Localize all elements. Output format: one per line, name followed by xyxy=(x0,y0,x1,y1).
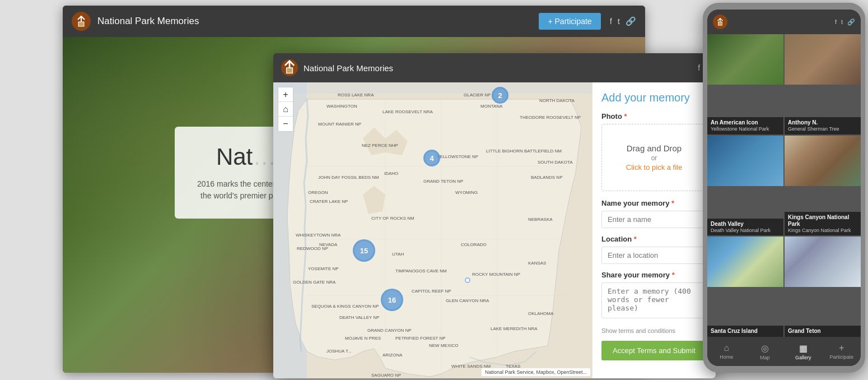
panel-title-part2: memory xyxy=(650,91,690,104)
memory-group: Share your memory * xyxy=(601,271,707,321)
zoom-out-button[interactable]: − xyxy=(278,117,293,131)
gallery-caption-2: Anthony N. General Sherman Tree xyxy=(785,117,861,135)
gallery-title-6: Grand Teton xyxy=(788,328,857,335)
location-label: Location * xyxy=(601,235,707,243)
desktop-app-title: National Park Memories xyxy=(97,16,539,27)
mobile-inner: f t 🔗 An American Icon Yellowstone Natio… xyxy=(707,10,861,366)
participate-nav-label: Participate xyxy=(829,354,853,360)
nav-gallery[interactable]: ▦ Gallery xyxy=(784,337,823,366)
mobile-logo xyxy=(713,15,727,29)
name-label: Name your memory * xyxy=(601,199,707,207)
photo-group: Photo * Drag and Drop or Click to pick a… xyxy=(601,112,707,191)
map-nav-icon: ◎ xyxy=(761,343,769,354)
nav-participate[interactable]: + Participate xyxy=(823,337,861,366)
map-controls: + ⌂ − xyxy=(278,87,293,132)
desktop-participate-button[interactable]: + Participate xyxy=(539,13,600,30)
nav-home[interactable]: ⌂ Home xyxy=(707,337,746,366)
map-svg xyxy=(273,82,592,378)
map-cluster-15[interactable]: 15 xyxy=(353,239,375,262)
photo-dropzone[interactable]: Drag and Drop or Click to pick a file xyxy=(601,124,707,191)
gallery-nav-icon: ▦ xyxy=(799,343,808,354)
mobile-window: f t 🔗 An American Icon Yellowstone Natio… xyxy=(703,3,865,373)
svg-rect-4 xyxy=(273,82,592,94)
mobile-facebook-icon[interactable]: f xyxy=(835,18,837,26)
map-cluster-4[interactable]: 4 xyxy=(423,150,440,166)
gallery-caption-3: Death Valley Death Valley National Park xyxy=(707,219,783,236)
browser-topbar: National Park Memories f t xyxy=(273,53,716,82)
name-group: Name your memory * xyxy=(601,199,707,228)
map-cluster-16[interactable]: 16 xyxy=(381,289,403,311)
submit-button[interactable]: Accept Terms and Submit xyxy=(601,341,707,360)
gallery-subtitle-3: Death Valley National Park xyxy=(711,228,780,234)
gallery-item-1[interactable]: An American Icon Yellowstone National Pa… xyxy=(707,34,783,135)
gallery-thumb-3 xyxy=(707,136,783,186)
share-icon[interactable]: 🔗 xyxy=(626,16,636,26)
gallery-thumb-1 xyxy=(707,34,783,85)
map-container[interactable]: ROSS LAKE NRA GLACIER NP WASHINGTON LAKE… xyxy=(273,82,592,378)
gallery-title-2: Anthony N. xyxy=(788,119,857,126)
gallery-caption-5: Santa Cruz Island xyxy=(707,326,783,337)
gallery-title-3: Death Valley xyxy=(711,221,780,228)
location-group: Location * xyxy=(601,235,707,264)
mobile-share-icon[interactable]: 🔗 xyxy=(847,18,855,26)
attribution-text: National Park Service, Mapbox, OpenStree… xyxy=(485,369,587,375)
desktop-topbar: National Park Memories + Participate f t… xyxy=(63,6,645,37)
nav-map[interactable]: ◎ Map xyxy=(746,337,785,366)
mobile-bottom-nav: ⌂ Home ◎ Map ▦ Gallery + Participate xyxy=(707,337,861,366)
gallery-item-5[interactable]: Santa Cruz Island xyxy=(707,237,783,337)
desktop-social-icons: f t 🔗 xyxy=(610,16,636,26)
home-nav-label: Home xyxy=(720,354,733,360)
svg-rect-0 xyxy=(78,22,84,26)
gallery-thumb-4 xyxy=(785,136,861,186)
map-nav-label: Map xyxy=(760,355,770,360)
mobile-gallery: An American Icon Yellowstone National Pa… xyxy=(707,34,861,337)
gallery-caption-4: Kings Canyon National Park Kings Canyon … xyxy=(785,212,861,236)
map-attribution: National Park Service, Mapbox, OpenStree… xyxy=(482,368,590,376)
mobile-social-icons: f t 🔗 xyxy=(835,18,855,26)
browser-app-title: National Park Memories xyxy=(304,63,698,73)
gallery-title-4: Kings Canyon National Park xyxy=(788,214,857,228)
home-nav-icon: ⌂ xyxy=(724,343,729,353)
map-dot-1[interactable] xyxy=(465,277,470,283)
zoom-in-button[interactable]: + xyxy=(278,87,293,102)
participate-nav-icon: + xyxy=(839,343,844,353)
gallery-subtitle-4: Kings Canyon National Park xyxy=(788,228,857,234)
pick-file-link[interactable]: Click to pick a file xyxy=(626,163,682,172)
home-button[interactable]: ⌂ xyxy=(278,102,293,117)
mobile-topbar: f t 🔗 xyxy=(707,10,861,34)
panel-title: Add your memory xyxy=(601,91,707,104)
gallery-item-2[interactable]: Anthony N. General Sherman Tree xyxy=(785,34,861,135)
gallery-caption-6: Grand Teton xyxy=(785,326,861,337)
facebook-icon-browser[interactable]: f xyxy=(698,63,700,72)
twitter-icon[interactable]: t xyxy=(618,16,620,26)
drag-drop-text: Drag and Drop xyxy=(627,143,682,153)
gallery-item-4[interactable]: Kings Canyon National Park Kings Canyon … xyxy=(785,136,861,236)
gallery-subtitle-2: General Sherman Tree xyxy=(788,126,857,132)
map-area: ROSS LAKE NRA GLACIER NP WASHINGTON LAKE… xyxy=(273,82,716,378)
facebook-icon[interactable]: f xyxy=(610,16,612,26)
or-text: or xyxy=(651,154,657,162)
map-cluster-2[interactable]: 2 xyxy=(492,87,508,104)
location-input[interactable] xyxy=(601,247,707,264)
gallery-thumb-5 xyxy=(707,237,783,287)
browser-logo xyxy=(281,59,298,76)
gallery-item-6[interactable]: Grand Teton xyxy=(785,237,861,337)
gallery-subtitle-1: Yellowstone National Park xyxy=(711,126,780,132)
map-background: ROSS LAKE NRA GLACIER NP WASHINGTON LAKE… xyxy=(273,82,592,378)
gallery-title-1: An American Icon xyxy=(711,119,780,126)
name-input[interactable] xyxy=(601,211,707,228)
memory-textarea[interactable] xyxy=(601,282,707,318)
gallery-item-3[interactable]: Death Valley Death Valley National Park xyxy=(707,136,783,236)
terms-link[interactable]: Show terms and conditions xyxy=(601,327,707,334)
svg-rect-1 xyxy=(287,68,293,73)
gallery-caption-1: An American Icon Yellowstone National Pa… xyxy=(707,117,783,135)
browser-window: National Park Memories f t xyxy=(273,53,716,378)
mobile-twitter-icon[interactable]: t xyxy=(841,18,843,26)
gallery-thumb-6 xyxy=(785,237,861,287)
desktop-logo xyxy=(72,12,91,31)
add-memory-panel: Add your memory Photo * Drag and Drop or… xyxy=(592,82,716,378)
panel-title-part1: Add your xyxy=(601,91,650,104)
svg-rect-5 xyxy=(718,22,722,25)
gallery-nav-label: Gallery xyxy=(795,355,811,360)
gallery-thumb-2 xyxy=(785,34,861,85)
